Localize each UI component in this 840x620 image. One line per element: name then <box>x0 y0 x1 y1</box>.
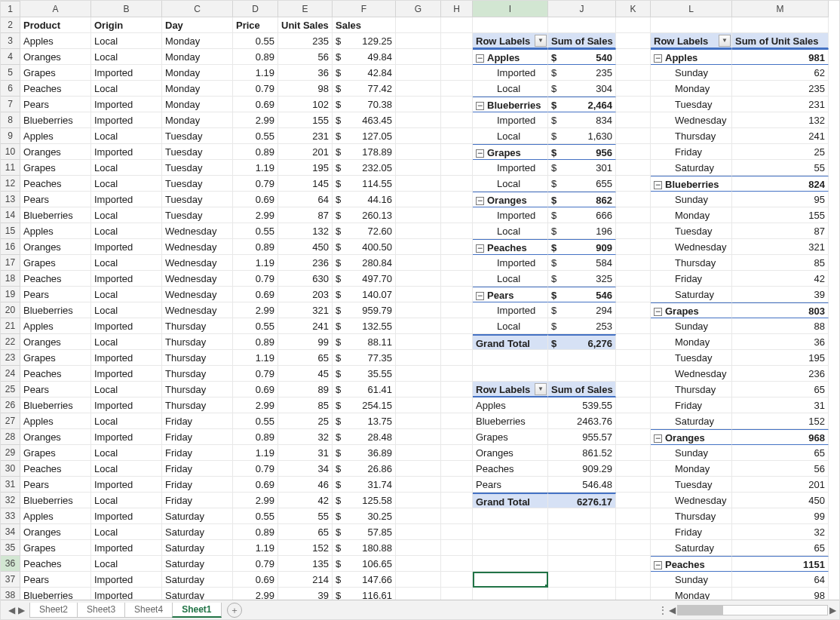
cell-B29[interactable]: Local <box>91 461 162 477</box>
cell-C11[interactable]: Tuesday <box>162 176 233 192</box>
cell-J34[interactable] <box>548 540 616 556</box>
cell-F5[interactable]: $77.42 <box>333 81 396 97</box>
cell-J18[interactable]: $546 <box>548 287 616 302</box>
cell-E22[interactable]: 65 <box>278 350 333 366</box>
cell-G17[interactable] <box>396 271 441 287</box>
cell-G3[interactable] <box>396 49 441 65</box>
cell-M23[interactable]: 236 <box>732 366 829 382</box>
cell-A5[interactable]: Peaches <box>20 81 91 97</box>
collapse-icon[interactable]: − <box>654 561 662 569</box>
row-header-25[interactable]: 25 <box>1 382 20 397</box>
cell-L12[interactable]: Sunday <box>651 192 732 207</box>
cell-H6[interactable] <box>441 97 473 112</box>
pivot3-filter-button[interactable]: ▼ <box>719 35 731 47</box>
cell-A13[interactable]: Blueberries <box>20 207 91 223</box>
cell-B30[interactable]: Imported <box>91 477 162 493</box>
cell-M13[interactable]: 155 <box>732 207 829 223</box>
cell-C15[interactable]: Wednesday <box>162 239 233 255</box>
cell-J28[interactable]: 861.52 <box>548 445 616 461</box>
cell-G29[interactable] <box>396 461 441 477</box>
cell-I4[interactable]: Imported <box>473 65 548 81</box>
row-header-17[interactable]: 17 <box>1 255 20 271</box>
cell-B15[interactable]: Imported <box>91 239 162 255</box>
cell-E4[interactable]: 36 <box>278 65 333 81</box>
cell-E32[interactable]: 55 <box>278 508 333 524</box>
row-header-3[interactable]: 3 <box>1 33 20 49</box>
cell-J16[interactable]: $584 <box>548 255 616 271</box>
row-header-32[interactable]: 32 <box>1 493 20 508</box>
cell-D24[interactable]: 0.69 <box>233 382 278 397</box>
cell-C27[interactable]: Friday <box>162 429 233 445</box>
cell-K10[interactable] <box>616 160 651 176</box>
cell-G9[interactable] <box>396 144 441 160</box>
cell-E35[interactable]: 135 <box>278 556 333 572</box>
cell-F19[interactable]: $959.79 <box>333 302 396 318</box>
cell-H3[interactable] <box>441 49 473 65</box>
cell-F29[interactable]: $26.86 <box>333 461 396 477</box>
cell-B27[interactable]: Imported <box>91 429 162 445</box>
cell-G7[interactable] <box>396 112 441 128</box>
cell-A22[interactable]: Grapes <box>20 350 91 366</box>
cell-J35[interactable] <box>548 556 616 572</box>
cell-H16[interactable] <box>441 255 473 271</box>
column-header-A[interactable]: A <box>20 1 91 17</box>
cell-H17[interactable] <box>441 271 473 287</box>
row-header-30[interactable]: 30 <box>1 461 20 477</box>
cell-J12[interactable]: $862 <box>548 192 616 207</box>
row-header-29[interactable]: 29 <box>1 445 20 461</box>
cell-K15[interactable] <box>616 239 651 255</box>
cell-L20[interactable]: Sunday <box>651 318 732 334</box>
cell-J31[interactable]: 6276.17 <box>548 493 616 508</box>
cell-D15[interactable]: 0.89 <box>233 239 278 255</box>
cell-C1[interactable]: Day <box>162 17 233 33</box>
cell-I8[interactable]: Local <box>473 128 548 144</box>
cell-J2[interactable]: Sum of Sales <box>548 33 616 49</box>
cell-K31[interactable] <box>616 493 651 508</box>
cell-J37[interactable] <box>548 588 616 600</box>
cell-K26[interactable] <box>616 413 651 429</box>
cell-B23[interactable]: Imported <box>91 366 162 382</box>
cell-M24[interactable]: 65 <box>732 382 829 397</box>
cell-B8[interactable]: Local <box>91 128 162 144</box>
cell-M16[interactable]: 85 <box>732 255 829 271</box>
cell-H1[interactable] <box>441 17 473 33</box>
cell-M29[interactable]: 56 <box>732 461 829 477</box>
cell-L10[interactable]: Saturday <box>651 160 732 176</box>
cell-M34[interactable]: 65 <box>732 540 829 556</box>
cell-H15[interactable] <box>441 239 473 255</box>
cell-E33[interactable]: 65 <box>278 524 333 540</box>
cell-G37[interactable] <box>396 588 441 600</box>
cell-A30[interactable]: Pears <box>20 477 91 493</box>
cell-E36[interactable]: 214 <box>278 572 333 588</box>
cell-D34[interactable]: 1.19 <box>233 540 278 556</box>
collapse-icon[interactable]: − <box>476 197 484 205</box>
cell-F25[interactable]: $254.15 <box>333 397 396 413</box>
cell-F1[interactable]: Sales <box>333 17 396 33</box>
cell-K30[interactable] <box>616 477 651 493</box>
cell-D14[interactable]: 0.55 <box>233 223 278 239</box>
cell-J10[interactable]: $301 <box>548 160 616 176</box>
cell-B32[interactable]: Imported <box>91 508 162 524</box>
row-header-20[interactable]: 20 <box>1 302 20 318</box>
cell-H32[interactable] <box>441 508 473 524</box>
cell-H28[interactable] <box>441 445 473 461</box>
cell-A26[interactable]: Apples <box>20 413 91 429</box>
cell-F24[interactable]: $61.41 <box>333 382 396 397</box>
cell-E37[interactable]: 39 <box>278 588 333 600</box>
cell-I20[interactable]: Local <box>473 318 548 334</box>
cell-M7[interactable]: 132 <box>732 112 829 128</box>
cell-C3[interactable]: Monday <box>162 49 233 65</box>
cell-A32[interactable]: Apples <box>20 508 91 524</box>
row-header-12[interactable]: 12 <box>1 176 20 192</box>
cell-A9[interactable]: Oranges <box>20 144 91 160</box>
cell-H10[interactable] <box>441 160 473 176</box>
row-header-15[interactable]: 15 <box>1 223 20 239</box>
scroll-left-icon[interactable]: ◀ <box>669 605 676 615</box>
cell-G1[interactable] <box>396 17 441 33</box>
cell-F7[interactable]: $463.45 <box>333 112 396 128</box>
cell-J33[interactable] <box>548 524 616 540</box>
cell-G23[interactable] <box>396 366 441 382</box>
row-header-24[interactable]: 24 <box>1 366 20 382</box>
sheet-tab-sheet1[interactable]: Sheet1 <box>172 603 221 618</box>
cell-H14[interactable] <box>441 223 473 239</box>
